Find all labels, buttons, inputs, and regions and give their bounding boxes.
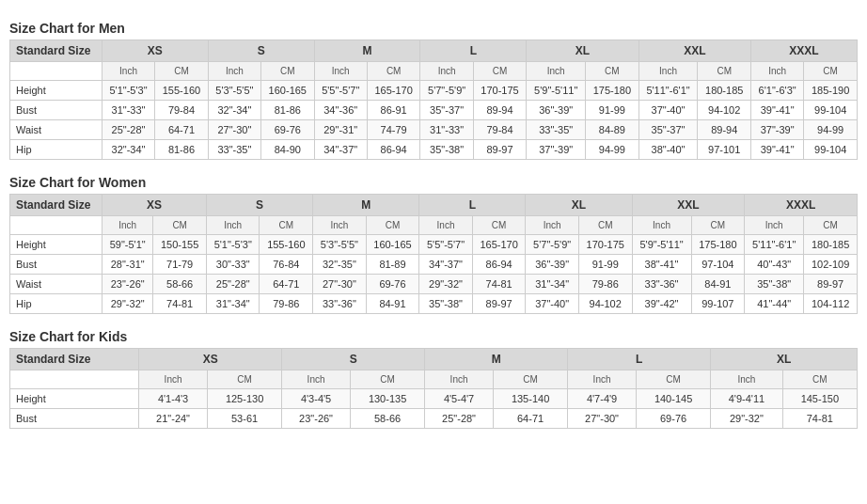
row-label: Hip: [10, 140, 102, 160]
cell: 79-84: [155, 101, 209, 120]
cell: 5'11"-6'1": [638, 81, 698, 101]
cell: 27"-30": [208, 120, 260, 140]
cell: 135-140: [493, 389, 567, 409]
women-tbody: Height59"-5'1"150-1555'1"-5'3"155-1605'3…: [10, 235, 858, 314]
cell: 76-84: [260, 255, 313, 275]
cell: 39"-42": [632, 294, 691, 314]
women-xl-header: XL: [526, 195, 632, 216]
kids-subheader-label: [10, 370, 139, 389]
kids-m-inch: Inch: [425, 370, 494, 389]
row-label: Waist: [10, 275, 102, 294]
cell: 53-61: [207, 409, 281, 429]
cell: 86-94: [367, 140, 420, 160]
cell: 25"-28": [207, 275, 260, 294]
cell: 4'7-4'9: [568, 389, 637, 409]
men-xl-inch: Inch: [527, 62, 586, 81]
women-s-header: S: [207, 195, 313, 216]
cell: 155-160: [155, 81, 209, 101]
men-m-cm: CM: [367, 62, 420, 81]
cell: 81-86: [155, 140, 209, 160]
cell: 37"-39": [527, 140, 586, 160]
cell: 97-104: [691, 255, 745, 275]
cell: 33"-36": [632, 275, 691, 294]
cell: 31"-34": [526, 275, 578, 294]
cell: 94-99: [586, 140, 639, 160]
women-standard-size-header: Standard Size: [10, 195, 102, 216]
women-m-inch: Inch: [313, 216, 366, 235]
women-m-header: M: [313, 195, 419, 216]
kids-m-header: M: [425, 349, 568, 370]
cell: 31"-33": [420, 120, 473, 140]
cell: 74-79: [367, 120, 420, 140]
cell: 38"-40": [638, 140, 698, 160]
kids-tbody: Height4'1-4'3125-1304'3-4'5130-1354'5-4'…: [10, 389, 858, 429]
cell: 4'5-4'7: [425, 389, 494, 409]
men-xl-header: XL: [527, 40, 638, 62]
cell: 31"-34": [207, 294, 260, 314]
cell: 32"-34": [102, 140, 154, 160]
men-section: Size Chart for Men Standard Size XS S M …: [9, 21, 858, 160]
kids-xl-header: XL: [711, 349, 858, 370]
women-subheader-row: Inch CM Inch CM Inch CM Inch CM Inch CM …: [10, 216, 858, 235]
cell: 84-89: [586, 120, 639, 140]
men-m-header: M: [314, 40, 420, 62]
cell: 36"-39": [526, 255, 578, 275]
kids-xl-inch: Inch: [711, 370, 782, 389]
cell: 104-112: [804, 294, 858, 314]
table-row: Height59"-5'1"150-1555'1"-5'3"155-1605'3…: [10, 235, 858, 255]
cell: 37"-40": [526, 294, 578, 314]
cell: 36"-39": [527, 101, 586, 120]
kids-xs-header: XS: [139, 349, 282, 370]
table-row: Hip32"-34"81-8633"-35"84-9034"-37"86-943…: [10, 140, 858, 160]
cell: 170-175: [578, 235, 632, 255]
men-s-header: S: [208, 40, 314, 62]
cell: 32"-34": [208, 101, 260, 120]
cell: 64-71: [155, 120, 209, 140]
cell: 34"-36": [314, 101, 367, 120]
cell: 185-190: [804, 81, 858, 101]
women-xxxl-inch: Inch: [745, 216, 804, 235]
cell: 99-107: [691, 294, 745, 314]
women-xs-cm: CM: [153, 216, 207, 235]
cell: 32"-35": [313, 255, 366, 275]
cell: 86-94: [472, 255, 526, 275]
cell: 89-94: [473, 101, 527, 120]
cell: 28"-31": [102, 255, 153, 275]
cell: 58-66: [350, 409, 424, 429]
cell: 39"-41": [750, 101, 803, 120]
cell: 97-101: [698, 140, 751, 160]
cell: 29"-32": [711, 409, 782, 429]
women-xl-inch: Inch: [526, 216, 578, 235]
cell: 25"-28": [102, 120, 154, 140]
cell: 33"-36": [313, 294, 366, 314]
cell: 35"-38": [419, 294, 472, 314]
cell: 34"-37": [314, 140, 367, 160]
kids-title: Size Chart for Kids: [9, 329, 858, 344]
men-l-cm: CM: [473, 62, 527, 81]
men-xxxl-inch: Inch: [750, 62, 803, 81]
men-m-inch: Inch: [314, 62, 367, 81]
cell: 35"-38": [745, 275, 804, 294]
women-s-cm: CM: [260, 216, 313, 235]
cell: 34"-37": [419, 255, 472, 275]
cell: 175-180: [586, 81, 639, 101]
cell: 125-130: [207, 389, 281, 409]
cell: 89-94: [698, 120, 751, 140]
cell: 140-145: [636, 389, 710, 409]
men-subheader-label: [10, 62, 102, 81]
women-xs-header: XS: [102, 195, 207, 216]
row-label: Bust: [10, 255, 102, 275]
cell: 5'9"-5'11": [632, 235, 691, 255]
cell: 175-180: [691, 235, 745, 255]
cell: 29"-32": [102, 294, 153, 314]
men-tbody: Height5'1"-5'3"155-1605'3"-5'5"160-1655'…: [10, 81, 858, 160]
cell: 29"-32": [419, 275, 472, 294]
cell: 91-99: [586, 101, 639, 120]
cell: 39"-41": [750, 140, 803, 160]
men-xxl-inch: Inch: [638, 62, 698, 81]
men-s-inch: Inch: [208, 62, 260, 81]
cell: 74-81: [472, 275, 526, 294]
women-xxl-header: XXL: [632, 195, 745, 216]
kids-l-cm: CM: [636, 370, 710, 389]
cell: 79-86: [578, 275, 632, 294]
